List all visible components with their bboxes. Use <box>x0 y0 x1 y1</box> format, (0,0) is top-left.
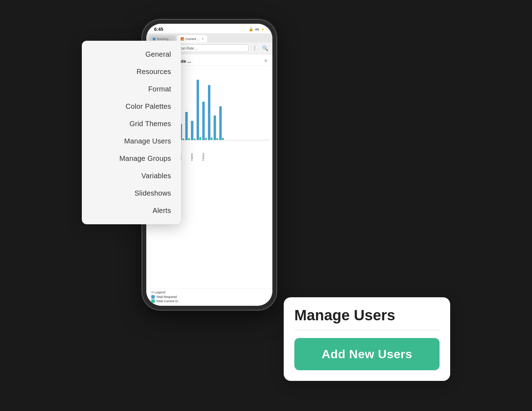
bar-group-3 <box>185 112 190 140</box>
menu-item-general[interactable]: General <box>82 46 181 63</box>
add-new-users-button[interactable]: Add New Users <box>294 338 440 370</box>
bar-group-7 <box>208 85 213 140</box>
bar-group-6 <box>202 102 207 140</box>
legend-area: ☑ Legend Total Required Total Current D.… <box>146 288 272 306</box>
bar-teal-6 <box>205 138 207 140</box>
menu-item-manage-users[interactable]: Manage Users <box>82 133 181 150</box>
bar-blue-4 <box>191 121 193 140</box>
x-label-7 <box>208 148 212 166</box>
dropdown-menu: General Resources Format Color Palettes … <box>82 41 181 224</box>
bars-container <box>166 69 270 140</box>
x-label-4: Imphal <box>191 148 195 166</box>
bar-blue-5 <box>197 80 199 140</box>
bar-teal-5 <box>199 137 201 140</box>
bar-blue-9 <box>219 106 222 140</box>
menu-item-manage-groups[interactable]: Manage Groups <box>82 150 181 167</box>
menu-item-alerts[interactable]: Alerts <box>82 202 181 219</box>
menu-item-variables[interactable]: Variables <box>82 167 181 185</box>
bar-group-8 <box>214 116 218 140</box>
legend-item-total-required: Total Required <box>151 295 267 299</box>
battery-icon: ⚡ <box>261 28 265 31</box>
divider <box>294 330 440 330</box>
bar-teal-2 <box>182 139 184 140</box>
legend-title: ☑ Legend <box>151 291 267 294</box>
x-labels: BengaluruDelhiImphalKanpur <box>166 148 270 166</box>
menu-item-grid-themes[interactable]: Grid Themes <box>82 115 181 133</box>
bar-group-9 <box>219 106 224 140</box>
menu-item-resources[interactable]: Resources <box>82 63 181 80</box>
x-label-9 <box>219 148 223 166</box>
x-label-8 <box>213 148 218 166</box>
bar-blue-6 <box>202 102 205 140</box>
legend-color-blue <box>151 295 155 299</box>
tab-favicon-banking <box>153 38 155 40</box>
nav-more-button[interactable]: ⋮ <box>251 45 259 52</box>
x-label-3 <box>185 148 189 166</box>
bar-blue-7 <box>208 85 210 140</box>
bar-teal-7 <box>211 137 213 140</box>
bar-group-5 <box>197 80 201 140</box>
search-button[interactable]: 🔍 <box>261 45 270 52</box>
x-label-5 <box>196 148 201 166</box>
bar-teal-4 <box>194 139 196 140</box>
bar-teal-3 <box>188 138 190 140</box>
sim-icon: 🔒 <box>249 27 254 32</box>
bar-teal-8 <box>216 138 218 140</box>
bar-blue-3 <box>185 112 188 140</box>
menu-item-slideshows[interactable]: Slideshows <box>82 185 181 202</box>
chart-close-button[interactable]: × <box>264 58 267 64</box>
status-time: 6:45 <box>154 27 163 32</box>
manage-users-title: Manage Users <box>294 307 440 323</box>
tab-label-banking: Banking ... <box>157 37 172 41</box>
tab-label-current: Current ... <box>186 37 200 41</box>
x-label-6: Kanpur <box>202 148 206 166</box>
network-icon: 4G <box>255 28 259 31</box>
status-bar: 6:45 🔒 4G ⚡ <box>146 24 272 33</box>
legend-item-total-current: Total Current D... <box>151 299 267 303</box>
menu-item-format[interactable]: Format <box>82 80 181 98</box>
legend-color-teal <box>151 299 155 303</box>
tab-favicon-current <box>181 37 184 41</box>
browser-tab-current[interactable]: Current ... × <box>177 35 208 43</box>
tab-close-icon[interactable]: × <box>202 37 204 41</box>
bar-teal-9 <box>222 138 224 140</box>
menu-item-color-palettes[interactable]: Color Palettes <box>82 98 181 115</box>
bar-group-4 <box>191 121 196 140</box>
status-icons: 🔒 4G ⚡ <box>249 27 265 32</box>
bar-blue-8 <box>214 116 216 140</box>
manage-users-card: Manage Users Add New Users <box>284 297 450 381</box>
